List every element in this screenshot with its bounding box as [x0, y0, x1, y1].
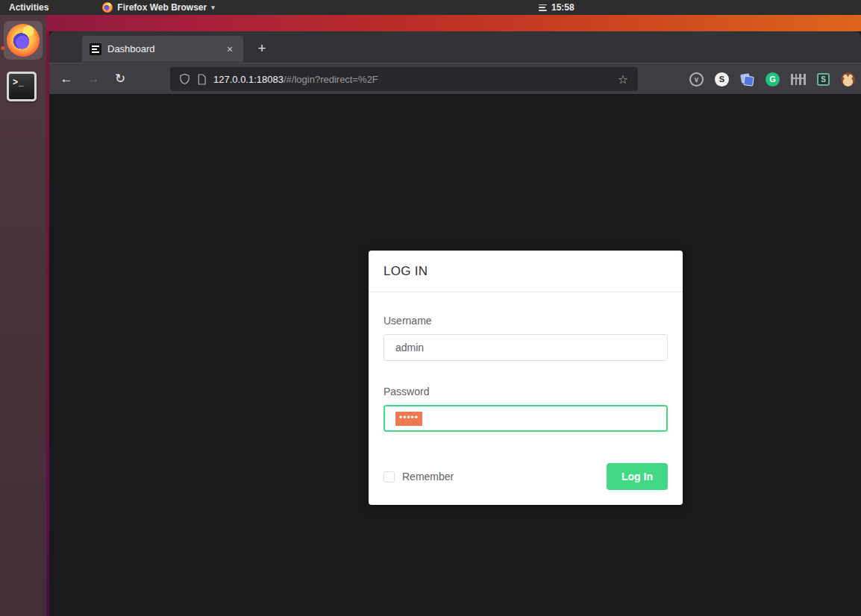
back-button[interactable]: ←: [55, 68, 78, 90]
remember-checkbox-group[interactable]: Remember: [383, 471, 454, 483]
navigation-toolbar: ← → ↻ 127.0.0.1:18083/#/login?redirect=%…: [49, 63, 861, 94]
s-badge-icon[interactable]: S: [715, 72, 729, 87]
clock-time: 15:58: [551, 2, 574, 13]
clock[interactable]: 15:58: [539, 0, 574, 15]
login-card-header: LOG IN: [369, 251, 683, 292]
desktop-wallpaper-strip: [46, 15, 861, 31]
grammarly-icon[interactable]: G: [765, 72, 780, 87]
tracking-shield-icon[interactable]: [179, 73, 190, 85]
terminal-prompt-icon: >_: [13, 77, 25, 87]
password-field[interactable]: •••••: [383, 405, 668, 432]
username-label: Username: [383, 315, 668, 327]
url-bar[interactable]: 127.0.0.1:18083/#/login?redirect=%2F ☆: [170, 67, 638, 91]
firefox-icon: [102, 2, 113, 13]
fence-icon[interactable]: [791, 74, 806, 85]
app-menu-label: Firefox Web Browser: [117, 2, 207, 13]
remember-label: Remember: [402, 471, 454, 483]
stylus-icon[interactable]: S: [817, 73, 830, 86]
running-indicator-dot: [1, 46, 4, 50]
monkey-icon[interactable]: [841, 72, 855, 87]
pocket-icon[interactable]: ∨: [689, 72, 704, 87]
remember-checkbox[interactable]: [383, 471, 395, 483]
dock: >_: [0, 15, 46, 616]
dashboard-favicon-icon: [90, 43, 101, 55]
activities-button[interactable]: Activities: [0, 0, 57, 15]
url-path: /#/login?redirect=%2F: [284, 74, 378, 85]
forward-button[interactable]: →: [82, 68, 104, 90]
url-text[interactable]: 127.0.0.1:18083/#/login?redirect=%2F: [213, 74, 607, 85]
login-button[interactable]: Log In: [607, 463, 668, 490]
password-label: Password: [383, 386, 668, 397]
firefox-window: Dashboard × + ← → ↻ 127.0.0.1:18083/#/lo…: [49, 31, 861, 616]
tab-title: Dashboard: [107, 43, 216, 54]
sticky-notes-icon[interactable]: [740, 72, 754, 87]
app-menu[interactable]: Firefox Web Browser ▾: [102, 2, 214, 13]
dock-item-terminal[interactable]: >_: [7, 72, 37, 101]
bookmark-star-icon[interactable]: ☆: [614, 70, 632, 88]
page-info-icon[interactable]: [197, 74, 207, 85]
new-tab-button[interactable]: +: [251, 37, 273, 60]
username-field[interactable]: admin: [383, 334, 668, 361]
page-content: LOG IN Username admin Password ••••• Rem: [49, 95, 861, 616]
tab-bar: Dashboard × +: [49, 31, 861, 63]
username-value: admin: [395, 342, 424, 353]
notification-lines-icon: [539, 4, 547, 11]
url-host: 127.0.0.1:18083: [213, 74, 284, 85]
extension-toolbar: ∨ S G S: [689, 63, 855, 95]
reload-button[interactable]: ↻: [109, 68, 131, 90]
dock-item-firefox[interactable]: [4, 21, 43, 60]
chevron-down-icon: ▾: [211, 4, 215, 11]
login-card: LOG IN Username admin Password ••••• Rem: [369, 251, 683, 505]
page-title: LOG IN: [383, 264, 428, 279]
password-selected-text: •••••: [395, 412, 422, 426]
tab-close-icon[interactable]: ×: [222, 42, 237, 57]
system-top-bar: Activities Firefox Web Browser ▾ 15:58: [0, 0, 861, 15]
login-card-body: Username admin Password ••••• Remember L…: [369, 292, 683, 505]
tab-dashboard[interactable]: Dashboard ×: [82, 36, 243, 62]
firefox-icon: [7, 24, 40, 57]
